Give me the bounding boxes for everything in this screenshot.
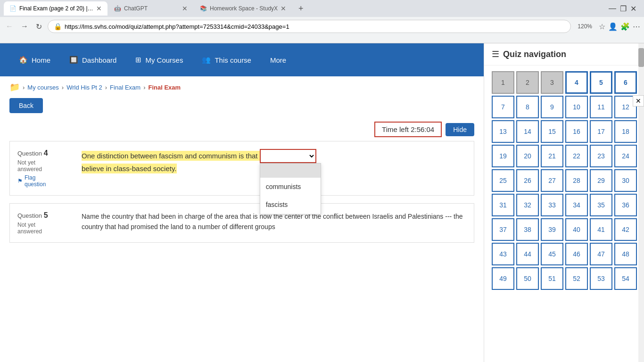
nav-cell-52[interactable]: 52: [565, 267, 588, 290]
dropdown-opt-communists[interactable]: communists: [260, 178, 321, 196]
nav-cell-50[interactable]: 50: [516, 267, 539, 290]
back-nav-button[interactable]: ←: [4, 20, 15, 33]
breadcrumb-sep-2: ›: [62, 84, 64, 91]
nav-cell-1[interactable]: 1: [492, 71, 514, 94]
toolbar-icons: ☆ 👤 🧩 ⋯: [599, 22, 640, 31]
nav-cell-54[interactable]: 54: [614, 267, 637, 290]
nav-cell-32[interactable]: 32: [516, 194, 539, 216]
timer-display: Time left 2:56:04: [374, 122, 442, 137]
nav-home[interactable]: 🏠 Home: [9, 43, 60, 76]
nav-cell-51[interactable]: 51: [541, 267, 563, 290]
nav-cell-40[interactable]: 40: [565, 218, 588, 241]
question-4-meta: Question 4 Not yetanswered ⚑ Flagquestio…: [17, 149, 74, 188]
forward-nav-button[interactable]: →: [19, 20, 30, 33]
nav-cell-34[interactable]: 34: [565, 194, 588, 216]
nav-cell-3[interactable]: 3: [541, 71, 563, 94]
nav-cell-9[interactable]: 9: [541, 96, 563, 118]
page-content: 🏠 Home 🔲 Dashboard ⊞ My Courses 👥 This c…: [0, 43, 484, 362]
close-window-icon[interactable]: ✕: [630, 4, 636, 13]
back-button[interactable]: Back: [9, 98, 43, 113]
nav-cell-30[interactable]: 30: [614, 169, 637, 192]
nav-cell-38[interactable]: 38: [516, 218, 539, 241]
tab-close-1[interactable]: ✕: [96, 5, 102, 12]
nav-cell-43[interactable]: 43: [492, 243, 514, 265]
nav-cell-36[interactable]: 36: [614, 194, 637, 216]
nav-cell-35[interactable]: 35: [590, 194, 612, 216]
nav-cell-16[interactable]: 16: [565, 120, 588, 143]
tab-title-2: ChatGPT: [124, 5, 148, 12]
scroll-thumb[interactable]: [638, 48, 644, 67]
nav-cell-24[interactable]: 24: [614, 145, 637, 167]
scroll-indicator: [638, 43, 644, 362]
nav-more[interactable]: More: [261, 43, 296, 76]
dropdown-opt-empty[interactable]: [260, 164, 321, 178]
nav-cell-44[interactable]: 44: [516, 243, 539, 265]
tab-studyx[interactable]: 📚 Homework Space - StudyX ✕: [194, 1, 292, 16]
nav-cell-21[interactable]: 21: [541, 145, 563, 167]
dropdown-open: communists fascists: [260, 163, 321, 214]
nav-cell-10[interactable]: 10: [565, 96, 588, 118]
question-word-5: Question: [17, 212, 44, 219]
nav-cell-19[interactable]: 19: [492, 145, 514, 167]
tab-close-3[interactable]: ✕: [281, 5, 286, 12]
minimize-icon[interactable]: —: [609, 4, 616, 13]
dropdown-opt-fascists[interactable]: fascists: [260, 196, 321, 214]
nav-cell-41[interactable]: 41: [590, 218, 612, 241]
question-4-flag[interactable]: ⚑ Flagquestion: [17, 174, 74, 188]
nav-cell-23[interactable]: 23: [590, 145, 612, 167]
restore-icon[interactable]: ❐: [620, 4, 627, 13]
nav-cell-25[interactable]: 25: [492, 169, 514, 192]
nav-cell-39[interactable]: 39: [541, 218, 563, 241]
nav-this-course[interactable]: 👥 This course: [192, 43, 261, 76]
window-controls: — ❐ ✕: [609, 4, 640, 13]
nav-cell-29[interactable]: 29: [590, 169, 612, 192]
question-5-content: Name the country that had been in charge…: [82, 211, 466, 235]
nav-cell-7[interactable]: 7: [492, 96, 514, 118]
nav-cell-27[interactable]: 27: [541, 169, 563, 192]
nav-cell-14[interactable]: 14: [516, 120, 539, 143]
extensions-icon[interactable]: 🧩: [620, 22, 630, 31]
nav-cell-18[interactable]: 18: [614, 120, 637, 143]
tab-chatgpt[interactable]: 🤖 ChatGPT ✕: [108, 1, 193, 16]
nav-cell-4[interactable]: 4: [565, 71, 588, 94]
nav-my-courses[interactable]: ⊞ My Courses: [126, 43, 192, 76]
nav-cell-42[interactable]: 42: [614, 218, 637, 241]
profile-icon[interactable]: 👤: [608, 22, 618, 31]
nav-cell-17[interactable]: 17: [590, 120, 612, 143]
nav-cell-26[interactable]: 26: [516, 169, 539, 192]
nav-cell-5[interactable]: 5: [590, 71, 612, 94]
nav-cell-45[interactable]: 45: [541, 243, 563, 265]
question-4-select[interactable]: communists fascists: [260, 149, 316, 163]
tab-close-2[interactable]: ✕: [182, 5, 188, 12]
nav-cell-28[interactable]: 28: [565, 169, 588, 192]
nav-cell-53[interactable]: 53: [590, 267, 612, 290]
nav-cell-8[interactable]: 8: [516, 96, 539, 118]
new-tab-button[interactable]: +: [293, 4, 309, 14]
nav-cell-22[interactable]: 22: [565, 145, 588, 167]
nav-cell-37[interactable]: 37: [492, 218, 514, 241]
nav-cell-48[interactable]: 48: [614, 243, 637, 265]
reload-button[interactable]: ↻: [34, 20, 44, 33]
nav-cell-47[interactable]: 47: [590, 243, 612, 265]
tab-final-exam[interactable]: 📄 Final Exam (page 2 of 20) | SVHS ✕: [4, 1, 107, 16]
settings-icon[interactable]: ⋯: [633, 22, 640, 31]
breadcrumb-parent[interactable]: Final Exam: [110, 84, 140, 91]
breadcrumb-course[interactable]: Wrld His Pt 2: [66, 84, 102, 91]
nav-cell-20[interactable]: 20: [516, 145, 539, 167]
hide-timer-button[interactable]: Hide: [446, 123, 474, 136]
nav-cell-49[interactable]: 49: [492, 267, 514, 290]
nav-cell-11[interactable]: 11: [590, 96, 612, 118]
nav-cell-46[interactable]: 46: [565, 243, 588, 265]
breadcrumb-my-courses[interactable]: My courses: [27, 84, 58, 91]
nav-cell-2[interactable]: 2: [516, 71, 539, 94]
nav-cell-33[interactable]: 33: [541, 194, 563, 216]
address-bar[interactable]: [65, 23, 565, 30]
close-side-panel[interactable]: ✕: [633, 95, 644, 107]
nav-cell-31[interactable]: 31: [492, 194, 514, 216]
nav-cell-13[interactable]: 13: [492, 120, 514, 143]
question-word: Question: [17, 150, 44, 157]
favorites-icon[interactable]: ☆: [599, 22, 605, 31]
nav-dashboard[interactable]: 🔲 Dashboard: [60, 43, 126, 76]
nav-cell-6[interactable]: 6: [614, 71, 637, 94]
nav-cell-15[interactable]: 15: [541, 120, 563, 143]
